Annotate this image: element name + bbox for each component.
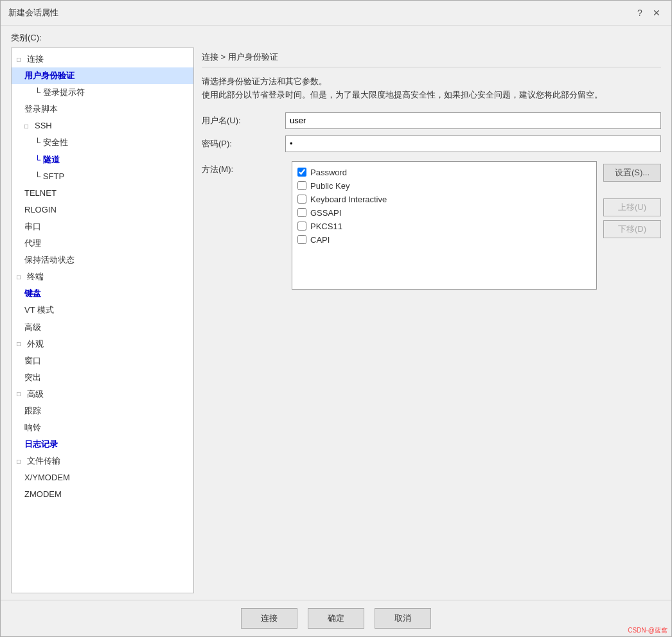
sidebar-item-连接[interactable]: □ 连接 [12, 51, 193, 67]
sidebar-item-登录脚本[interactable]: 登录脚本 [12, 101, 193, 118]
category-label: 类别(C): [11, 32, 661, 44]
breadcrumb: 连接 > 用户身份验证 [202, 48, 661, 67]
sidebar-item-用户身份验证[interactable]: 用户身份验证 [12, 67, 193, 84]
method-item-public-key: Public Key [297, 179, 591, 193]
sidebar-item-label: 响铃 [24, 421, 41, 435]
username-input[interactable] [285, 112, 661, 129]
method-checkbox-capi[interactable] [297, 235, 306, 244]
sidebar-item-窗口[interactable]: 窗口 [12, 353, 193, 369]
sidebar-item-代理[interactable]: 代理 [12, 235, 193, 252]
sidebar-item-label: 高级 [24, 320, 41, 335]
method-label-pkcs11: PKCS11 [310, 222, 342, 231]
sidebar-item-登录提示符[interactable]: └ 登录提示符 [12, 84, 193, 101]
title-bar-buttons: ? ✕ [633, 6, 664, 20]
method-item-gssapi: GSSAPI [297, 206, 591, 220]
sidebar-item-label: 突出 [24, 371, 41, 385]
sidebar-item-终端[interactable]: □ 终端 [12, 268, 193, 285]
sidebar-item-高级[interactable]: 高级 [12, 319, 193, 336]
dialog: 新建会话属性 ? ✕ 类别(C): □ 连接 用户身份验证 └ [0, 0, 672, 637]
sidebar-item-label: 键盘 [24, 286, 41, 301]
sidebar-item-隧道[interactable]: └ 隧道 [12, 152, 193, 168]
sidebar-item-VT模式[interactable]: VT 模式 [12, 302, 193, 318]
dialog-title: 新建会话属性 [8, 7, 58, 19]
sidebar-item-ZMODEM[interactable]: ZMODEM [12, 486, 193, 503]
toggle-icon-文件传输: □ [17, 456, 27, 467]
sidebar-item-label: 串口 [24, 220, 41, 234]
dialog-footer: 连接 确定 取消 [1, 600, 671, 636]
sidebar-item-响铃[interactable]: 响铃 [12, 419, 193, 436]
description: 请选择身份验证方法和其它参数。 使用此部分以节省登录时间。但是，为了最大限度地提… [202, 75, 661, 102]
toggle-icon-外观: □ [17, 338, 27, 349]
sidebar-item-安全性[interactable]: └ 安全性 [12, 134, 193, 151]
toggle-icon-连接: □ [17, 54, 27, 65]
settings-button[interactable]: 设置(S)... [603, 164, 661, 182]
sidebar-item-RLOGIN[interactable]: RLOGIN [12, 202, 193, 218]
sidebar-item-label: 连接 [27, 52, 44, 66]
sidebar-item-label: SSH [35, 119, 52, 133]
sidebar-tree: □ 连接 用户身份验证 └ 登录提示符 登录脚本 □ SSH [11, 48, 194, 593]
sidebar-item-跟踪[interactable]: 跟踪 [12, 403, 193, 419]
method-label-public-key: Public Key [310, 181, 349, 191]
method-checkbox-public-key[interactable] [297, 181, 306, 190]
password-row: 密码(P): [202, 135, 661, 152]
sidebar-item-SFTP[interactable]: └ SFTP [12, 168, 193, 185]
toggle-icon-高级2: □ [17, 388, 27, 399]
help-button[interactable]: ? [633, 6, 647, 20]
method-item-pkcs11: PKCS11 [297, 220, 591, 233]
sidebar-item-外观[interactable]: □ 外观 [12, 336, 193, 353]
ok-button[interactable]: 确定 [308, 608, 364, 629]
method-label-keyboard-interactive: Keyboard Interactive [310, 195, 387, 204]
password-label: 密码(P): [202, 138, 285, 150]
sidebar-item-label: 用户身份验证 [24, 69, 75, 83]
sidebar-item-label: 跟踪 [24, 404, 41, 418]
sidebar-item-label: └ SFTP [35, 170, 64, 184]
sidebar-item-label: └ 隧道 [35, 153, 60, 167]
method-checkbox-password[interactable] [297, 168, 306, 177]
method-checkbox-keyboard-interactive[interactable] [297, 195, 306, 204]
sidebar-item-日志记录[interactable]: 日志记录 [12, 436, 193, 453]
sidebar-item-键盘[interactable]: 键盘 [12, 285, 193, 302]
sidebar-item-高级2[interactable]: □ 高级 [12, 386, 193, 403]
move-up-button[interactable]: 上移(U) [603, 198, 661, 216]
method-checkbox-pkcs11[interactable] [297, 222, 306, 231]
sidebar-item-label: 日志记录 [24, 437, 58, 451]
title-bar: 新建会话属性 ? ✕ [1, 1, 671, 26]
sidebar-item-TELNET[interactable]: TELNET [12, 185, 193, 202]
description-line2: 使用此部分以节省登录时间。但是，为了最大限度地提高安全性，如果担心安全问题，建议… [202, 89, 661, 102]
method-item-password: Password [297, 166, 591, 179]
method-label-gssapi: GSSAPI [310, 208, 341, 218]
sidebar-item-label: VT 模式 [24, 303, 54, 317]
sidebar-item-XYMODEM[interactable]: X/YMODEM [12, 469, 193, 486]
username-label: 用户名(U): [202, 115, 285, 127]
sidebar-item-label: TELNET [24, 186, 57, 200]
connect-button[interactable]: 连接 [241, 608, 297, 629]
sidebar-item-label: RLOGIN [24, 203, 57, 217]
method-item-keyboard-interactive: Keyboard Interactive [297, 193, 591, 206]
sidebar-item-文件传输[interactable]: □ 文件传输 [12, 453, 193, 469]
description-line1: 请选择身份验证方法和其它参数。 [202, 75, 661, 89]
sidebar-item-label: 高级 [27, 387, 44, 401]
sidebar-item-label: ZMODEM [24, 487, 62, 502]
sidebar-item-保持活动状态[interactable]: 保持活动状态 [12, 252, 193, 268]
method-buttons: 设置(S)... 上移(U) 下移(D) [603, 161, 661, 290]
method-checkbox-gssapi[interactable] [297, 208, 306, 217]
sidebar-item-label: 保持活动状态 [24, 253, 75, 267]
sidebar-item-突出[interactable]: 突出 [12, 369, 193, 386]
toggle-icon-SSH: □ [24, 121, 35, 132]
password-input[interactable] [285, 135, 661, 152]
sidebar-item-label: └ 安全性 [35, 135, 68, 150]
sidebar-item-label: X/YMODEM [24, 471, 70, 485]
sidebar-item-label: 登录脚本 [24, 102, 58, 116]
cancel-button[interactable]: 取消 [375, 608, 431, 629]
sidebar-item-label: 文件传输 [27, 454, 60, 468]
sidebar-item-label: 终端 [27, 270, 44, 284]
method-label-password: Password [310, 168, 347, 177]
toggle-icon-终端: □ [17, 272, 27, 283]
close-button[interactable]: ✕ [650, 6, 664, 20]
move-down-button[interactable]: 下移(D) [603, 220, 661, 238]
sidebar-item-串口[interactable]: 串口 [12, 218, 193, 235]
sidebar-item-SSH[interactable]: □ SSH [12, 118, 193, 134]
method-label: 方法(M): [202, 161, 285, 290]
content-area: 连接 > 用户身份验证 请选择身份验证方法和其它参数。 使用此部分以节省登录时间… [202, 48, 661, 593]
sidebar-item-label: 窗口 [24, 354, 41, 368]
